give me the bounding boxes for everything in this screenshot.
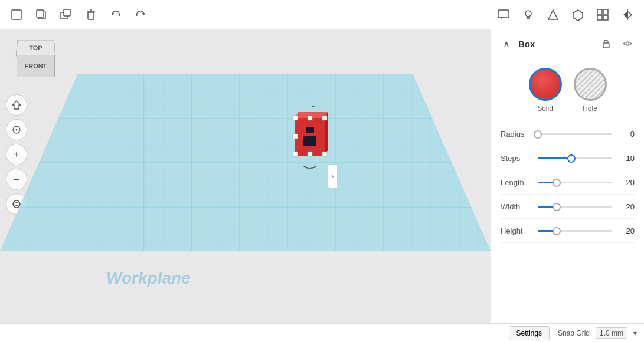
svg-rect-34 — [303, 136, 316, 146]
solid-label: Solid — [537, 104, 553, 113]
width-label: Width — [501, 202, 533, 211]
svg-point-11 — [525, 11, 531, 17]
delete-button[interactable] — [80, 4, 102, 25]
svg-marker-35 — [303, 165, 306, 168]
svg-rect-13 — [603, 9, 608, 14]
width-row: Width 20 — [501, 195, 635, 219]
duplicate-button[interactable] — [55, 4, 77, 25]
length-value: 20 — [617, 178, 635, 187]
lock-button[interactable] — [598, 35, 614, 52]
properties-panel: Radius 0 Steps 10 — [491, 117, 644, 323]
grid-button[interactable] — [592, 4, 613, 25]
bottom-bar: Settings Snap Grid 1.0 mm ▾ — [0, 323, 644, 342]
svg-rect-5 — [88, 12, 94, 19]
length-row: Length 20 — [501, 170, 635, 195]
steps-row: Steps 10 — [501, 146, 635, 170]
width-value: 20 — [617, 202, 635, 211]
svg-rect-27 — [322, 116, 327, 120]
snap-grid-label: Snap Grid — [558, 329, 590, 337]
new-button[interactable] — [6, 4, 27, 25]
panel-header: ∧ Box — [491, 29, 644, 58]
visibility-button[interactable] — [619, 35, 636, 52]
mirror-button[interactable] — [617, 4, 638, 25]
chat-button[interactable] — [493, 4, 514, 25]
svg-rect-12 — [597, 9, 602, 14]
redo-button[interactable] — [130, 4, 151, 25]
height-label: Height — [501, 226, 533, 235]
svg-rect-28 — [293, 152, 298, 156]
panel-expand-arrow[interactable]: › — [328, 165, 337, 188]
radius-value: 0 — [617, 130, 635, 139]
bulb-button[interactable] — [518, 4, 539, 25]
hole-circle — [574, 68, 607, 101]
svg-rect-29 — [322, 152, 327, 156]
right-panel: ∧ Box Solid Hole Radius — [491, 29, 644, 323]
type-selector: Solid Hole — [491, 58, 644, 117]
svg-rect-38 — [603, 43, 609, 48]
solid-type-option[interactable]: Solid — [529, 68, 562, 113]
3d-box-object[interactable]: ↕ — [289, 106, 331, 165]
svg-rect-30 — [308, 116, 312, 120]
viewport[interactable]: TOP FRONT + − — [0, 29, 491, 323]
steps-value: 10 — [617, 154, 635, 163]
height-slider[interactable] — [538, 225, 612, 236]
toolbar-right — [493, 4, 638, 25]
snap-grid-value: 1.0 mm — [596, 327, 627, 339]
svg-marker-36 — [314, 165, 316, 168]
length-slider[interactable] — [538, 176, 612, 188]
main-area: TOP FRONT + − — [0, 29, 644, 323]
radius-slider[interactable] — [538, 128, 612, 140]
chevron-down-icon[interactable]: ▾ — [633, 329, 637, 337]
svg-rect-15 — [603, 15, 608, 20]
hole-label: Hole — [583, 104, 597, 113]
width-slider[interactable] — [538, 200, 612, 212]
svg-rect-33 — [306, 127, 314, 133]
svg-rect-10 — [498, 10, 509, 18]
undo-button[interactable] — [105, 4, 126, 25]
main-toolbar — [0, 0, 644, 29]
panel-title: Box — [518, 39, 593, 49]
height-row: Height 20 — [501, 219, 635, 243]
copy-button[interactable] — [31, 4, 52, 25]
solid-circle — [529, 68, 562, 101]
panel-collapse-button[interactable]: ∧ — [499, 37, 514, 51]
shape-button[interactable] — [542, 4, 564, 25]
height-value: 20 — [617, 226, 635, 235]
steps-slider[interactable] — [538, 152, 612, 164]
svg-rect-31 — [308, 152, 312, 156]
svg-rect-32 — [293, 134, 298, 139]
length-label: Length — [501, 178, 533, 187]
svg-rect-0 — [12, 10, 21, 19]
workplane-grid — [0, 29, 491, 323]
3d-button[interactable] — [567, 4, 589, 25]
svg-rect-26 — [293, 116, 298, 120]
svg-point-39 — [626, 42, 629, 45]
hole-type-option[interactable]: Hole — [574, 68, 607, 113]
settings-button[interactable]: Settings — [509, 326, 550, 340]
radius-label: Radius — [501, 130, 533, 139]
svg-rect-2 — [37, 10, 44, 17]
svg-rect-14 — [597, 15, 602, 20]
svg-marker-22 — [0, 74, 491, 251]
radius-row: Radius 0 — [501, 122, 635, 146]
svg-rect-4 — [64, 9, 70, 16]
steps-label: Steps — [501, 154, 533, 163]
